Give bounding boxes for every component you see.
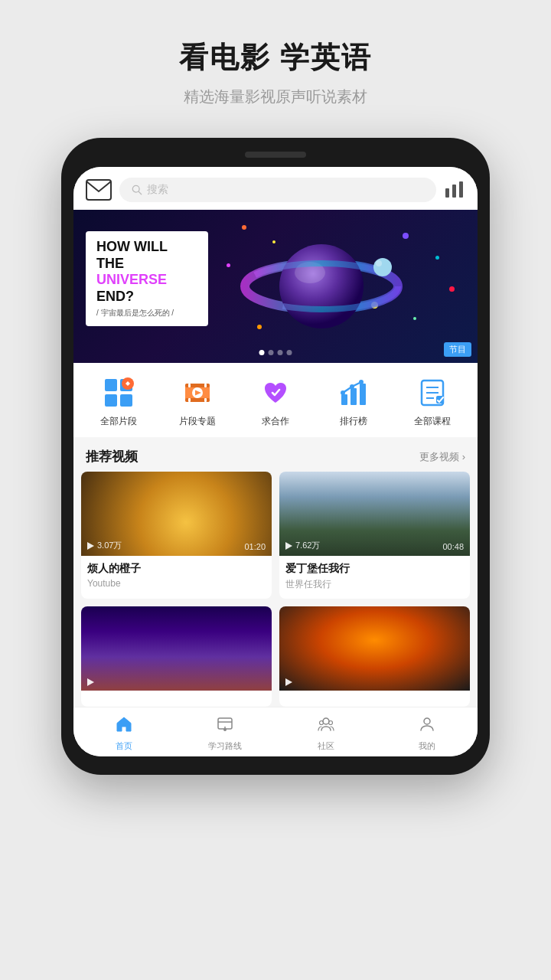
banner-text-area: HOW WILL THE UNIVERSE END? / 宇宙最后是怎么死的 / (86, 231, 208, 326)
nav-label-community: 社区 (318, 740, 334, 752)
svg-point-11 (376, 260, 382, 266)
svg-point-41 (323, 718, 329, 724)
phone-screen: 搜索 (73, 167, 478, 756)
svg-rect-12 (105, 379, 117, 391)
banner-subtitle: / 宇宙最后是怎么死的 / (96, 308, 197, 318)
nav-item-home[interactable]: 首页 (73, 715, 174, 752)
svg-point-31 (350, 384, 354, 389)
svg-rect-15 (120, 394, 132, 407)
dot-1 (259, 350, 265, 355)
app-header: 搜索 (73, 167, 478, 210)
banner-dots (259, 350, 292, 355)
video-thumb-1: 3.07万 01:20 (81, 472, 272, 556)
video-info-4 (279, 691, 470, 707)
video-duration-1: 01:20 (244, 542, 266, 551)
video-source-2: 世界任我行 (285, 578, 464, 591)
svg-rect-4 (452, 185, 456, 198)
view-count-2: 7.62万 (295, 540, 320, 551)
svg-point-10 (373, 258, 392, 276)
category-item-heart[interactable]: 求合作 (236, 375, 315, 428)
phone-frame: 搜索 (61, 138, 490, 775)
play-info-4 (285, 678, 295, 686)
play-triangle-4 (285, 678, 292, 686)
play-triangle-1 (87, 542, 94, 550)
stats-icon[interactable] (444, 181, 465, 199)
dot-2 (269, 350, 274, 355)
video-thumb-3 (81, 606, 272, 691)
video-info-1: 烦人的橙子 Youtube (81, 556, 272, 596)
page-wrapper: 看电影 学英语 精选海量影视原声听说素材 搜索 (0, 0, 551, 980)
search-icon (132, 185, 142, 195)
svg-rect-14 (105, 394, 117, 407)
heart-icon (258, 375, 293, 410)
film-icon (180, 375, 215, 410)
nav-item-community[interactable]: 社区 (276, 715, 377, 752)
nav-item-learn[interactable]: 学习路线 (174, 715, 276, 752)
svg-line-2 (139, 191, 142, 194)
svg-point-7 (279, 244, 364, 328)
category-row: 全部片段 (73, 363, 478, 437)
banner-title: HOW WILL THE UNIVERSE END? (96, 239, 197, 305)
search-bar[interactable]: 搜索 (119, 178, 436, 202)
home-icon (115, 715, 133, 738)
svg-rect-23 (188, 384, 191, 387)
search-placeholder: 搜索 (147, 183, 168, 197)
play-info-1: 3.07万 (87, 540, 122, 551)
video-card-1[interactable]: 3.07万 01:20 烦人的橙子 Youtube (81, 472, 272, 599)
svg-rect-28 (350, 388, 357, 405)
phone-notch (245, 152, 306, 158)
category-item-courses[interactable]: 全部课程 (393, 375, 471, 428)
svg-point-30 (341, 390, 345, 395)
svg-point-39 (223, 728, 227, 731)
page-subtitle: 精选海量影视原声听说素材 (184, 87, 367, 107)
video-thumb-4 (279, 606, 470, 691)
category-item-film[interactable]: 片段专题 (158, 375, 236, 428)
view-count-1: 3.07万 (97, 540, 122, 551)
svg-rect-24 (204, 384, 207, 387)
video-card-2[interactable]: 7.62万 00:48 爱丁堡任我行 世界任我行 (279, 472, 470, 599)
nav-item-profile[interactable]: 我的 (377, 715, 478, 752)
svg-rect-5 (459, 181, 463, 198)
category-item-segments[interactable]: 全部片段 (80, 375, 158, 428)
svg-rect-29 (360, 384, 366, 405)
section-more[interactable]: 更多视频 › (419, 450, 465, 464)
svg-point-32 (359, 380, 364, 384)
category-label-chart: 排行榜 (340, 415, 367, 428)
banner-tag: 节目 (444, 342, 471, 357)
video-thumb-2: 7.62万 00:48 (279, 472, 470, 556)
nav-label-profile: 我的 (419, 740, 435, 752)
svg-point-44 (424, 718, 430, 724)
bottom-nav: 首页 学习路线 (73, 707, 478, 756)
video-card-3[interactable] (81, 606, 272, 707)
courses-icon (415, 375, 450, 410)
community-icon (317, 715, 335, 738)
category-label-heart: 求合作 (262, 415, 289, 428)
page-title: 看电影 学英语 (179, 38, 373, 77)
nav-label-learn: 学习路线 (208, 740, 242, 752)
category-label-film: 片段专题 (179, 415, 216, 428)
video-source-1: Youtube (87, 578, 266, 589)
category-item-chart[interactable]: 排行榜 (315, 375, 393, 428)
banner[interactable]: HOW WILL THE UNIVERSE END? / 宇宙最后是怎么死的 /… (73, 210, 478, 363)
video-card-4[interactable] (279, 606, 470, 707)
svg-rect-27 (341, 394, 347, 405)
play-info-2: 7.62万 (285, 540, 320, 551)
video-info-3 (81, 691, 272, 707)
video-grid: 3.07万 01:20 烦人的橙子 Youtube 7.62万 (73, 472, 478, 707)
category-label-courses: 全部课程 (414, 415, 451, 428)
video-title-2: 爱丁堡任我行 (285, 562, 464, 576)
video-title-1: 烦人的橙子 (87, 562, 266, 576)
nav-label-home: 首页 (116, 740, 132, 752)
play-triangle-2 (285, 542, 292, 550)
section-title: 推荐视频 (86, 448, 138, 466)
learn-icon (216, 715, 234, 738)
svg-rect-0 (86, 180, 111, 200)
ranking-icon (336, 375, 371, 410)
mail-icon[interactable] (86, 179, 112, 201)
section-header: 推荐视频 更多视频 › (73, 437, 478, 472)
video-info-2: 爱丁堡任我行 世界任我行 (279, 556, 470, 599)
video-duration-2: 00:48 (442, 542, 464, 551)
segments-icon (101, 375, 136, 410)
svg-rect-3 (445, 188, 449, 198)
profile-icon (418, 715, 436, 738)
